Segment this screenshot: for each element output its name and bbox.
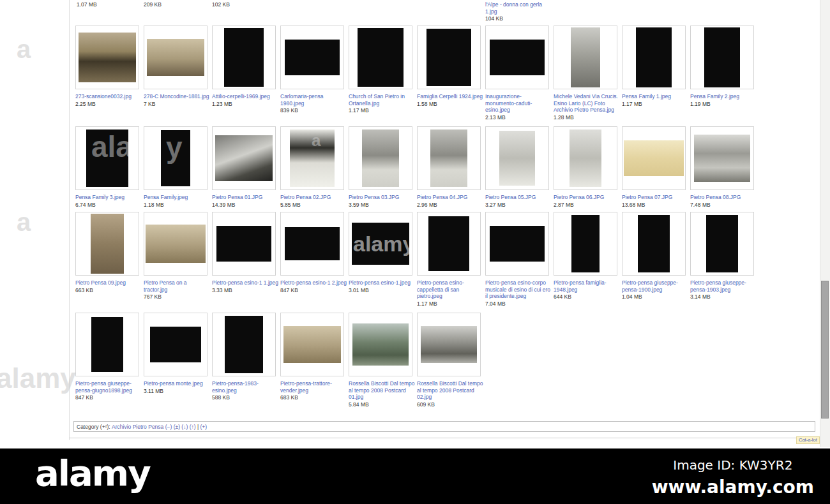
thumbnail[interactable] [622,26,686,89]
thumbnail-image[interactable] [91,317,123,372]
thumbnail-image[interactable] [215,135,273,181]
file-link[interactable]: Michele Vedani Via Crucis. Esino Lario (… [554,93,620,114]
thumbnail-image[interactable] [428,216,469,271]
thumbnail[interactable] [417,126,481,190]
thumbnail[interactable] [349,26,412,89]
file-link[interactable]: l'Alpe - donna con gerla 1.jpg [485,1,552,15]
file-link[interactable]: 273-scansione0032.jpg [75,93,142,100]
thumbnail-image[interactable] [426,29,471,86]
thumbnail[interactable] [622,212,686,276]
thumbnail-image[interactable] [624,140,684,176]
thumbnail[interactable] [75,26,139,89]
file-link[interactable]: Pietro Pensa 06.JPG [554,194,620,201]
thumbnail[interactable] [690,26,754,89]
thumbnail-image[interactable] [490,40,545,75]
file-link[interactable]: Attilio-cerpelli-1969.jpeg [212,93,278,100]
file-link[interactable]: Pietro-pensa esino-1 2.jpeg [280,279,347,286]
vertical-scrollbar[interactable] [820,0,830,447]
thumbnail[interactable] [212,26,276,89]
thumbnail[interactable]: ala [75,126,139,190]
hotcat-category-link[interactable]: Archivio Pietro Pensa [112,424,163,430]
thumbnail[interactable]: y [144,126,207,190]
file-link[interactable]: Pietro Pensa 09.jpeg [75,279,142,286]
thumbnail[interactable] [554,126,617,190]
thumbnail[interactable] [280,313,344,376]
thumbnail-image[interactable] [352,323,409,366]
file-link[interactable]: Pietro Pensa 04.JPG [417,194,483,201]
thumbnail[interactable] [212,212,276,276]
thumbnail[interactable] [212,126,276,190]
file-link[interactable]: Pietro Pensa 07.JPG [622,194,688,201]
thumbnail[interactable] [485,26,549,89]
thumbnail-image[interactable] [638,215,670,272]
thumbnail-image[interactable] [430,130,467,187]
file-link[interactable]: Pietro-pensa giuseppe-pensa-1900.jpeg [622,279,688,293]
file-link[interactable]: Pensa Family 2.jpeg [690,93,757,100]
thumbnail[interactable]: a [280,126,344,190]
thumbnail-image[interactable] [224,28,264,87]
thumbnail-image[interactable] [706,215,738,272]
thumbnail-image[interactable]: alamy [352,223,409,265]
thumbnail[interactable]: alamy [349,212,412,276]
file-link[interactable]: Pietro Pensa 05.JPG [485,194,552,201]
file-link[interactable]: Pensa Family 3.jpeg [75,194,142,201]
thumbnail-image[interactable] [490,226,545,262]
file-link[interactable]: Pietro Pensa 01.JPG [212,194,278,201]
file-link[interactable]: Rossella Biscotti Dal tempo al tempo 200… [349,380,415,401]
thumbnail[interactable] [144,26,207,89]
thumbnail[interactable] [280,26,344,89]
thumbnail-image[interactable]: a [290,130,335,187]
thumbnail[interactable] [75,313,139,376]
file-link[interactable]: Pietro-pensa monte.jpeg [144,380,210,387]
thumbnail[interactable] [690,126,754,190]
file-link[interactable]: Pietro-pensa esino-cappelletta di san pi… [417,279,483,300]
thumbnail-image[interactable] [636,27,672,87]
thumbnail-image[interactable] [79,33,136,82]
thumbnail[interactable] [349,126,412,190]
thumbnail[interactable] [212,313,276,376]
cat-a-lot-button[interactable]: Cat-a-lot [796,436,820,444]
file-link[interactable]: Carlomaria-pensa 1980.jpeg [280,93,347,107]
file-link[interactable]: Pietro-pensa giuseppe-pensa-giugno1898.j… [75,380,142,394]
thumbnail[interactable] [75,212,139,276]
file-link[interactable]: Pensa Family 1.jpeg [622,93,688,100]
thumbnail-image[interactable] [285,40,340,75]
file-link[interactable]: Church of San Pietro in Ortanella.jpg [349,93,415,107]
thumbnail-image[interactable] [704,27,740,87]
file-link[interactable]: Pietro Pensa 03.JPG [349,194,415,201]
file-link[interactable]: Famiglia Cerpelli 1924.jpeg [417,93,483,100]
file-link[interactable]: 278-C Moncodine-1881.jpg [144,93,210,100]
thumbnail-image[interactable] [694,135,750,182]
thumbnail[interactable] [485,212,549,276]
thumbnail[interactable] [417,313,481,376]
thumbnail[interactable] [280,212,344,276]
file-link[interactable]: Pietro-pensa esino-1.jpeg [349,279,415,286]
thumbnail-image[interactable]: y [161,130,190,186]
thumbnail[interactable] [144,313,207,376]
thumbnail[interactable] [417,212,481,276]
thumbnail-image[interactable] [216,226,271,262]
file-link[interactable]: Inaugurazione-monumento-caduti-esino.jpe… [485,93,552,114]
thumbnail-image[interactable] [571,215,600,272]
thumbnail-image[interactable] [147,39,204,76]
file-link[interactable]: Pietro-pensa-1983-esino.jpeg [212,380,278,394]
thumbnail[interactable] [554,26,617,89]
thumbnail-image[interactable] [150,327,201,362]
thumbnail[interactable] [144,212,207,276]
thumbnail-image[interactable] [358,28,404,87]
scrollbar-thumb[interactable] [821,281,829,419]
thumbnail[interactable] [622,126,686,190]
file-link[interactable]: Pietro-pensa famiglia-1948.jpeg [554,279,620,293]
thumbnail-image[interactable] [499,131,535,186]
thumbnail-image[interactable] [362,130,399,187]
file-link[interactable]: Rossella Biscotti Dal tempo al tempo 200… [417,380,483,401]
file-link[interactable]: Pietro Pensa 02.JPG [280,194,347,201]
thumbnail-image[interactable] [421,326,477,363]
file-link[interactable]: Pietro Pensa 08.JPG [690,194,757,201]
file-link[interactable]: Pietro-pensa giuseppe-pensa-1903.jpeg [690,279,757,293]
thumbnail-image[interactable] [91,214,124,274]
thumbnail[interactable] [554,212,617,276]
thumbnail[interactable] [485,126,549,190]
thumbnail-image[interactable] [571,27,600,87]
hotcat-add-link[interactable]: (+) [200,424,207,430]
